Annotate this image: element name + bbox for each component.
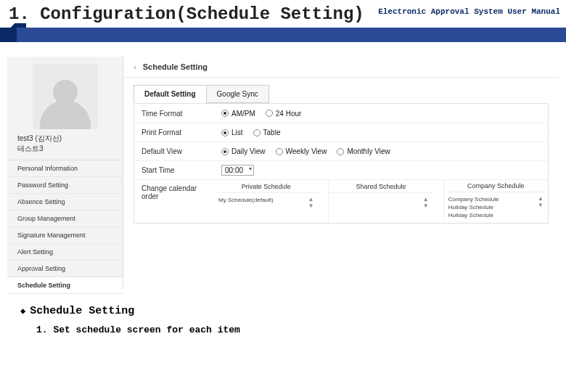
radio-table[interactable]: Table xyxy=(253,128,281,136)
sidebar: test3 (김지선) 테스트3 Personal Information Pa… xyxy=(7,57,123,289)
col-company: Company Schedule Company Schedule Holida… xyxy=(443,180,548,223)
manual-label: Electronic Approval System User Manual xyxy=(378,7,560,16)
settings-table: Time Format AM/PM 24 Hour Print Format L… xyxy=(134,103,549,224)
breadcrumb-label: Schedule Setting xyxy=(143,62,208,71)
sidebar-item-personal-info[interactable]: Personal Information xyxy=(7,160,123,177)
radio-monthly[interactable]: Monthly View xyxy=(337,147,390,155)
sidebar-item-group[interactable]: Group Management xyxy=(7,211,123,227)
tab-google-sync[interactable]: Google Sync xyxy=(207,85,269,103)
label-print-format: Print Format xyxy=(134,125,214,140)
radio-daily[interactable]: Daily View xyxy=(221,147,266,155)
header-stripe xyxy=(0,28,566,42)
radio-24hour[interactable]: 24 Hour xyxy=(266,110,302,118)
col-shared: Shared Schedule ▲▼ xyxy=(328,181,432,222)
user-subtitle: 테스트3 xyxy=(7,144,123,160)
label-change-order: Change calendar order xyxy=(134,180,214,204)
sidebar-item-schedule[interactable]: Schedule Setting xyxy=(7,277,123,294)
tab-default-setting[interactable]: Default Setting xyxy=(134,85,207,103)
sidebar-item-absence[interactable]: Absence Setting xyxy=(7,194,123,211)
slide-notes: Schedule Setting 1. Set schedule screen … xyxy=(20,305,240,335)
private-item[interactable]: My Schedule(default) xyxy=(218,196,274,204)
radio-weekly[interactable]: Weekly View xyxy=(276,147,327,155)
label-default-view: Default View xyxy=(134,144,214,159)
radio-ampm[interactable]: AM/PM xyxy=(221,110,255,118)
sidebar-item-password[interactable]: Password Setting xyxy=(7,177,123,194)
company-reorder-arrows[interactable]: ▲▼ xyxy=(538,195,544,208)
col-private: Private Schedule My Schedule(default) ▲▼ xyxy=(214,181,318,222)
radio-list[interactable]: List xyxy=(221,128,243,136)
sidebar-nav: Personal Information Password Setting Ab… xyxy=(7,160,123,294)
breadcrumb: ‹ Schedule Setting xyxy=(123,57,559,78)
company-items[interactable]: Company Schedule Holiday Schedule Holida… xyxy=(448,195,499,220)
value-print-format: List Table xyxy=(214,125,548,140)
col-private-head: Private Schedule xyxy=(214,181,318,193)
label-time-format: Time Format xyxy=(134,106,214,121)
value-default-view: Daily View Weekly View Monthly View xyxy=(214,144,548,159)
select-start-time[interactable]: 00:00 xyxy=(221,165,254,176)
row-change-order: Change calendar order Private Schedule M… xyxy=(134,179,548,223)
notes-title: Schedule Setting xyxy=(20,305,240,317)
private-reorder-arrows[interactable]: ▲▼ xyxy=(308,196,313,209)
row-default-view: Default View Daily View Weekly View Mont… xyxy=(134,142,548,160)
row-print-format: Print Format List Table xyxy=(134,123,548,142)
sidebar-item-approval[interactable]: Approval Setting xyxy=(7,261,123,277)
calendar-order-columns: Private Schedule My Schedule(default) ▲▼… xyxy=(214,180,548,223)
app-screenshot: test3 (김지선) 테스트3 Personal Information Pa… xyxy=(7,57,559,289)
avatar xyxy=(33,64,98,129)
page-title: 1. Configuration(Schedule Setting) xyxy=(9,4,364,24)
value-start-time: 00:00 xyxy=(214,161,548,179)
row-time-format: Time Format AM/PM 24 Hour xyxy=(134,104,548,123)
shared-reorder-arrows[interactable]: ▲▼ xyxy=(423,196,429,209)
main-panel: ‹ Schedule Setting Default Setting Googl… xyxy=(123,57,559,289)
row-start-time: Start Time 00:00 xyxy=(134,160,548,179)
col-company-head: Company Schedule xyxy=(444,180,548,192)
tabs: Default Setting Google Sync xyxy=(123,78,559,103)
col-shared-head: Shared Schedule xyxy=(329,181,432,193)
user-name: test3 (김지선) xyxy=(7,134,123,144)
label-start-time: Start Time xyxy=(134,163,214,178)
breadcrumb-back-icon[interactable]: ‹ xyxy=(134,62,136,71)
sidebar-item-alert[interactable]: Alert Setting xyxy=(7,244,123,261)
notes-line-1: 1. Set schedule screen for each item xyxy=(36,324,240,335)
sidebar-item-signature[interactable]: Signature Management xyxy=(7,227,123,244)
slide-header: 1. Configuration(Schedule Setting) Elect… xyxy=(0,0,566,38)
value-time-format: AM/PM 24 Hour xyxy=(214,106,548,121)
